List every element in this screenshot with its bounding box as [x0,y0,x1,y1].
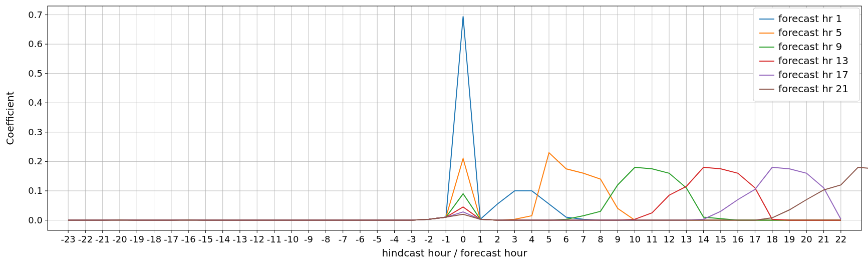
x-tick-label: 14 [698,234,709,244]
y-tick-label: 0.1 [28,185,43,196]
x-tick-label: -9 [304,234,313,244]
series-forecast-hr-5 [68,153,841,220]
x-tick-label: -8 [321,234,330,244]
x-tick-label: 12 [664,234,675,244]
x-tick-label: -3 [407,234,416,244]
y-tick-label: 0.7 [28,10,43,20]
x-tick-label: 22 [835,234,846,244]
x-tick-label: 9 [615,234,620,244]
x-tick-label: -10 [284,234,299,244]
series-group [68,17,868,220]
x-tick-label: 17 [749,234,761,244]
line-chart: -23-22-21-20-19-18-17-16-15-14-13-12-11-… [0,0,868,273]
x-tick-label: -23 [61,234,75,244]
x-axis: -23-22-21-20-19-18-17-16-15-14-13-12-11-… [61,230,846,244]
y-tick-label: 0.5 [28,68,43,79]
legend-label: forecast hr 1 [778,13,842,25]
x-tick-label: 7 [581,234,586,244]
series-forecast-hr-13 [68,167,841,220]
x-tick-label: -20 [112,234,127,244]
x-tick-label: 11 [646,234,658,244]
x-tick-label: 16 [732,234,744,244]
x-tick-label: 18 [766,234,778,244]
x-tick-label: 0 [460,234,466,244]
x-tick-label: -7 [339,234,348,244]
x-tick-label: -22 [78,234,93,244]
x-tick-label: 4 [529,234,534,244]
y-axis: 0.00.10.20.30.40.50.60.7 [28,10,48,225]
x-tick-label: -6 [356,234,365,244]
x-tick-label: -17 [164,234,178,244]
x-axis-label: hindcast hour / forecast hour [382,247,528,259]
x-tick-label: -19 [130,234,144,244]
x-tick-label: 3 [512,234,517,244]
x-tick-label: -12 [250,234,264,244]
x-tick-label: 21 [818,234,829,244]
x-tick-label: 19 [784,234,795,244]
chart-container: -23-22-21-20-19-18-17-16-15-14-13-12-11-… [0,0,868,273]
x-tick-label: -16 [181,234,195,244]
x-tick-label: 20 [801,234,812,244]
legend-label: forecast hr 17 [778,69,848,81]
x-tick-label: -21 [95,234,110,244]
x-tick-label: -2 [424,234,433,244]
y-tick-label: 0.4 [28,97,43,108]
x-tick-label: 8 [598,234,603,244]
x-tick-label: -13 [232,234,247,244]
x-tick-label: 1 [477,234,483,244]
x-tick-label: -11 [267,234,281,244]
y-tick-label: 0.3 [28,127,43,137]
y-tick-label: 0.2 [28,156,43,166]
x-tick-label: 15 [715,234,726,244]
y-tick-label: 0.6 [28,39,43,49]
x-tick-label: 2 [494,234,500,244]
x-tick-label: 13 [681,234,692,244]
x-tick-label: 10 [629,234,641,244]
legend-label: forecast hr 5 [778,27,842,39]
x-tick-label: -15 [198,234,213,244]
x-tick-label: 5 [546,234,551,244]
legend-label: forecast hr 13 [778,55,848,67]
x-tick-label: -5 [373,234,382,244]
legend-label: forecast hr 9 [778,41,842,53]
y-tick-label: 0.0 [28,215,43,225]
x-tick-label: -4 [390,234,399,244]
y-axis-label: Coefficient [4,91,16,145]
x-tick-label: -1 [441,234,450,244]
x-tick-label: -14 [215,234,230,244]
legend: forecast hr 1forecast hr 5forecast hr 9f… [753,8,859,101]
x-tick-label: 6 [563,234,569,244]
legend-label: forecast hr 21 [778,83,848,95]
x-tick-label: -18 [147,234,161,244]
